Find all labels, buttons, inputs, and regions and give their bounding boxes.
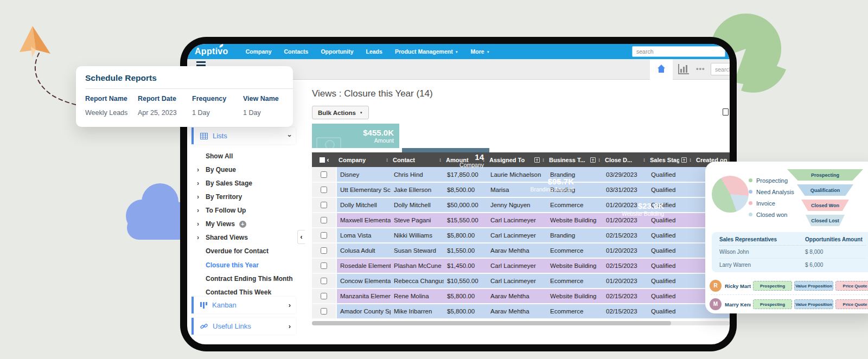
row-checkbox[interactable] (321, 278, 327, 284)
chevron-left-icon[interactable]: ‹ (327, 156, 329, 164)
col-contact[interactable]: Contact↕ (391, 152, 444, 167)
nav-item-opportunity[interactable]: Opportunity (321, 48, 353, 55)
row-checkbox[interactable] (321, 171, 327, 178)
sidebar-group-by-territory[interactable]: ›By Territory (197, 191, 300, 202)
ellipsis-icon[interactable]: ••• (696, 65, 705, 73)
col-assigned-to[interactable]: Assigned To↕ (487, 152, 547, 167)
nav-item-leads[interactable]: Leads (366, 48, 382, 55)
sidebar-group-shared-views[interactable]: ›Shared Views (197, 232, 300, 243)
sidebar-group-to-follow-up[interactable]: ›To Follow Up (197, 205, 300, 216)
col-sales-stage[interactable]: Sales Stage↕ (648, 152, 694, 167)
col-business-type[interactable]: Business T...↕ (547, 152, 603, 167)
select-all-checkbox-icon[interactable] (320, 157, 325, 163)
row-checkbox[interactable] (321, 187, 327, 193)
scrollbar-thumb[interactable] (312, 321, 671, 325)
schedule-reports-card: Schedule Reports Report Name Report Date… (76, 66, 293, 127)
sidebar-item-show-all[interactable]: Show All (206, 151, 309, 162)
sidebar-view-contract-ending-this-month[interactable]: Contract Ending This Month (206, 273, 301, 284)
filter-icon[interactable] (534, 157, 540, 163)
row-checkbox[interactable] (321, 202, 327, 208)
pipeline-row: M Marry Kenne Prospecting Value Proposit… (710, 296, 868, 312)
sort-icon[interactable]: ↕ (386, 157, 388, 163)
pie-chart (712, 176, 749, 213)
table-row[interactable]: Concow ElementaryRebecca Changus$10,550.… (312, 273, 730, 289)
apptivo-logo[interactable]: Apptivo (195, 47, 228, 56)
filter-icon[interactable] (681, 157, 687, 163)
stage-chip[interactable]: Prospecting (753, 299, 792, 309)
chevron-right-icon: › (197, 234, 201, 241)
sort-icon[interactable]: ↕ (598, 157, 601, 163)
val-frequency: 1 Day (192, 109, 210, 117)
chevron-down-icon: › (286, 134, 293, 137)
col-close-date[interactable]: Close D...↕ (603, 152, 648, 167)
avatar: M (710, 298, 722, 310)
stage-chip[interactable]: Value Proposition (794, 281, 833, 291)
app-search-input[interactable] (711, 63, 730, 75)
sidebar-group-my-views[interactable]: ›My Views+ (197, 219, 300, 229)
sort-icon[interactable]: ↕ (689, 157, 692, 163)
sort-icon[interactable]: ↕ (439, 157, 442, 163)
home-button[interactable] (650, 59, 673, 80)
stage-chip[interactable]: Price Quote (835, 281, 868, 291)
reports-chart-icon[interactable] (678, 64, 689, 74)
sidebar-collapse-handle[interactable]: ‹ (297, 230, 305, 244)
sidebar-view-overdue-for-contact[interactable]: Overdue for Contact (206, 246, 301, 257)
row-checkbox[interactable] (321, 232, 327, 239)
sidebar-item-kanban[interactable]: Kanban › (192, 297, 296, 313)
col-report-date: Report Date (138, 95, 176, 102)
divider (85, 88, 293, 89)
stage-chip[interactable]: Value Proposition (794, 299, 833, 309)
table-row[interactable]: Manzanita Element...Rene Molina$5,800.00… (312, 289, 730, 304)
horizontal-scrollbar[interactable] (312, 321, 730, 325)
add-view-icon[interactable]: + (239, 221, 246, 228)
row-checkbox[interactable] (321, 293, 327, 299)
legend-dot (749, 201, 752, 205)
nav-item-contacts[interactable]: Contacts (284, 48, 309, 55)
global-search-input[interactable] (632, 46, 725, 57)
bulk-actions-button[interactable]: Bulk Actions (312, 106, 369, 119)
funnel-stage-qualification: Qualification (797, 184, 853, 196)
sidebar-view-contacted-this-week[interactable]: Contacted This Week (206, 287, 301, 298)
row-checkbox[interactable] (321, 247, 327, 254)
col-company[interactable]: Company↕ (336, 152, 391, 167)
chevron-right-icon: › (197, 220, 201, 228)
sort-icon[interactable]: ↕ (542, 157, 545, 163)
sidebar-group-by-queue[interactable]: ›By Queue (197, 164, 300, 175)
stage-chip[interactable]: Price Quote (835, 299, 868, 309)
table-row[interactable]: DisneyChris Hind$17,850.00Laurie Michael… (312, 167, 730, 182)
sidebar-item-useful-links[interactable]: Useful Links › (192, 318, 296, 335)
reps-col-amount: Opportunities Amount (805, 236, 866, 242)
reps-col-name: Sales Representatives (719, 236, 777, 242)
row-checkbox[interactable] (321, 262, 327, 269)
table-row[interactable]: Dolly MitchellDolly Mitchell$50,000.00Je… (312, 197, 730, 213)
stage-chip[interactable]: Prospecting (753, 281, 792, 291)
export-icon[interactable] (723, 108, 729, 116)
sort-icon[interactable]: ↕ (643, 157, 646, 163)
rep-row: Larry Warren$ 6,000 (719, 259, 866, 271)
table-row[interactable]: Loma VistaNikki Williams$5,800.00Carl La… (312, 228, 730, 243)
table-row[interactable]: Rosedale ElementaryPlashan McCune$1,450.… (312, 258, 730, 273)
sidebar-view-closure-this-year[interactable]: Closure this Year (206, 260, 301, 271)
table-row[interactable]: Maxwell ElementarySteve Pagani$15,550.00… (312, 213, 730, 228)
table-row[interactable]: Utt Elementary Sch...Jake Ellerson$8,500… (312, 182, 730, 197)
funnel-stage-prospecting: Prospecting (787, 169, 863, 181)
row-checkbox[interactable] (321, 308, 327, 315)
table-row[interactable]: Colusa AdultSusan Steward$1,550.00Aarav … (312, 243, 730, 258)
select-all-header[interactable]: ‹ (312, 152, 336, 167)
nav-item-company[interactable]: Company (246, 48, 272, 55)
sales-reps-panel: Sales RepresentativesOpportunities Amoun… (712, 232, 868, 272)
chevron-right-icon: › (197, 193, 201, 201)
legend-dot (749, 178, 752, 182)
filter-icon[interactable] (590, 157, 596, 163)
nav-item-product-management[interactable]: Product Management (395, 48, 458, 55)
sidebar-group-by-sales-stage[interactable]: ›By Sales Stage (197, 178, 300, 189)
row-checkbox[interactable] (321, 217, 327, 223)
sidebar-item-lists[interactable]: Lists › (192, 127, 296, 144)
chevron-right-icon: › (197, 166, 201, 174)
col-frequency: Frequency (192, 95, 226, 102)
sidebar-item-label: Lists (213, 132, 284, 140)
table-row[interactable]: Amador County Sp...Mike Iribarren$5,800.… (312, 304, 730, 319)
nav-item-more[interactable]: More (471, 48, 490, 55)
card-title: Schedule Reports (85, 73, 157, 83)
money-icon (316, 137, 341, 148)
